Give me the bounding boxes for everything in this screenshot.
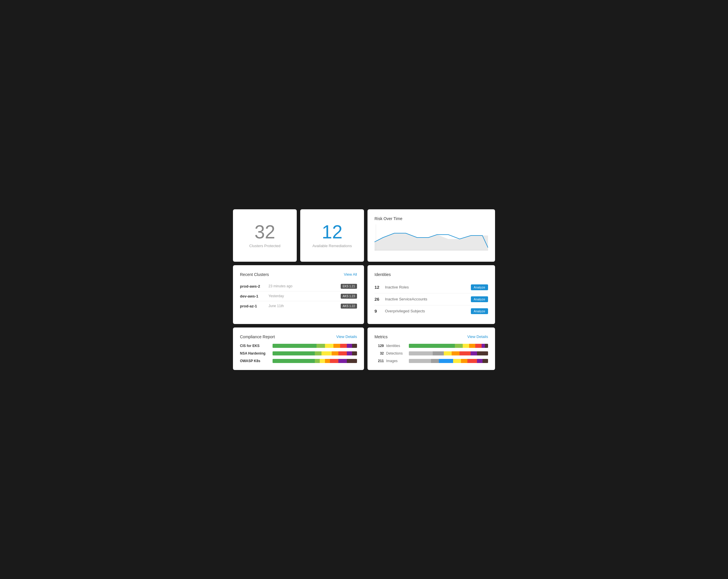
- progress-segment: [272, 351, 315, 356]
- remediations-card: 12 Available Remediations: [300, 209, 364, 262]
- dashboard: 32 Clusters Protected 12 Available Remed…: [233, 209, 495, 370]
- progress-segment: [452, 351, 460, 356]
- progress-segment: [352, 351, 357, 356]
- identity-count: 9: [374, 309, 383, 314]
- progress-segment: [315, 359, 320, 363]
- progress-segment: [330, 359, 338, 363]
- compliance-row: NSA Hardening: [240, 351, 357, 356]
- progress-segment: [467, 359, 477, 363]
- metrics-list: 129 Identities 32 Detections 211 Images: [374, 344, 488, 363]
- identity-label: Overprivileged Subjects: [385, 309, 469, 313]
- cluster-name: prod-az-1: [240, 304, 266, 308]
- cluster-row: prod-aws-2 23 minutes ago EKS 1.21: [240, 282, 357, 291]
- identity-count: 26: [374, 297, 383, 301]
- progress-segment: [321, 351, 332, 356]
- progress-segment: [471, 351, 477, 356]
- progress-segment: [433, 351, 444, 356]
- metric-count: 211: [374, 359, 384, 363]
- compliance-name: NSA Hardening: [240, 351, 269, 356]
- metric-row: 129 Identities: [374, 344, 488, 348]
- metric-progress-bar: [409, 344, 488, 348]
- metrics-view-details-link[interactable]: View Details: [467, 335, 488, 339]
- progress-segment: [453, 359, 461, 363]
- risk-card: Risk Over Time: [367, 209, 495, 262]
- progress-segment: [483, 359, 488, 363]
- recent-clusters-title: Recent Clusters: [240, 272, 269, 277]
- progress-segment: [347, 359, 357, 363]
- identity-label: Inactive Roles: [385, 285, 469, 289]
- metric-label: Detections: [386, 351, 407, 356]
- cluster-row: dev-aws-1 Yesterday AKS 1.23: [240, 291, 357, 301]
- progress-segment: [352, 344, 357, 348]
- progress-segment: [469, 344, 475, 348]
- metrics-title: Metrics: [374, 335, 388, 339]
- cluster-row: prod-az-1 June 11th AKS 1.22: [240, 301, 357, 311]
- identity-row: 9 Overprivileged Subjects Analyze: [374, 305, 488, 317]
- risk-title: Risk Over Time: [374, 216, 488, 221]
- progress-segment: [325, 344, 333, 348]
- identity-row: 26 Inactive ServiceAccounts Analyze: [374, 293, 488, 305]
- recent-clusters-header: Recent Clusters View All: [240, 272, 357, 277]
- progress-segment: [272, 344, 316, 348]
- progress-segment: [409, 344, 455, 348]
- compliance-row: CIS for EKS: [240, 344, 357, 348]
- progress-segment: [340, 344, 347, 348]
- metric-progress-bar: [409, 359, 488, 363]
- progress-segment: [455, 344, 463, 348]
- cluster-time: Yesterday: [268, 294, 338, 298]
- progress-segment: [431, 359, 439, 363]
- analyze-button[interactable]: Analyze: [471, 296, 488, 302]
- clusters-number: 32: [255, 223, 275, 241]
- progress-segment: [316, 344, 325, 348]
- metrics-card: Metrics View Details 129 Identities 32 D…: [367, 327, 495, 370]
- progress-segment: [475, 344, 482, 348]
- progress-segment: [439, 359, 453, 363]
- compliance-progress-bar: [272, 351, 357, 356]
- metric-count: 129: [374, 344, 384, 348]
- progress-segment: [332, 351, 338, 356]
- progress-segment: [461, 359, 467, 363]
- compliance-view-details-link[interactable]: View Details: [336, 335, 357, 339]
- compliance-name: CIS for EKS: [240, 344, 269, 348]
- progress-segment: [463, 344, 469, 348]
- progress-segment: [409, 351, 433, 356]
- compliance-name: OWASP K8s: [240, 359, 269, 363]
- cluster-badge: EKS 1.21: [341, 284, 357, 289]
- view-all-link[interactable]: View All: [344, 272, 357, 277]
- identities-header: Identities: [374, 272, 488, 277]
- progress-segment: [482, 344, 485, 348]
- remediations-label: Available Remediations: [312, 244, 352, 248]
- progress-segment: [338, 351, 347, 356]
- progress-segment: [338, 359, 347, 363]
- progress-segment: [485, 344, 488, 348]
- progress-segment: [409, 359, 431, 363]
- progress-segment: [333, 344, 340, 348]
- metric-row: 211 Images: [374, 359, 488, 363]
- metric-label: Images: [386, 359, 407, 363]
- cluster-badge: AKS 1.23: [341, 294, 357, 299]
- metric-label: Identities: [386, 344, 407, 348]
- identity-count: 12: [374, 285, 383, 290]
- identity-row: 12 Inactive Roles Analyze: [374, 282, 488, 293]
- progress-segment: [315, 351, 321, 356]
- progress-segment: [477, 359, 483, 363]
- compliance-list: CIS for EKSNSA HardeningOWASP K8s: [240, 344, 357, 363]
- metrics-header: Metrics View Details: [374, 335, 488, 339]
- analyze-button[interactable]: Analyze: [471, 284, 488, 290]
- clusters-label: Clusters Protected: [249, 244, 280, 248]
- analyze-button[interactable]: Analyze: [471, 308, 488, 314]
- progress-segment: [460, 351, 471, 356]
- cluster-name: dev-aws-1: [240, 294, 266, 298]
- progress-segment: [347, 351, 352, 356]
- cluster-name: prod-aws-2: [240, 284, 266, 288]
- compliance-progress-bar: [272, 359, 357, 363]
- remediations-number: 12: [322, 223, 342, 241]
- cluster-time: 23 minutes ago: [268, 284, 338, 288]
- progress-segment: [325, 359, 330, 363]
- clusters-card: 32 Clusters Protected: [233, 209, 297, 262]
- cluster-list: prod-aws-2 23 minutes ago EKS 1.21 dev-a…: [240, 282, 357, 311]
- cluster-badge: AKS 1.22: [341, 304, 357, 309]
- progress-segment: [347, 344, 352, 348]
- metric-row: 32 Detections: [374, 351, 488, 356]
- compliance-row: OWASP K8s: [240, 359, 357, 363]
